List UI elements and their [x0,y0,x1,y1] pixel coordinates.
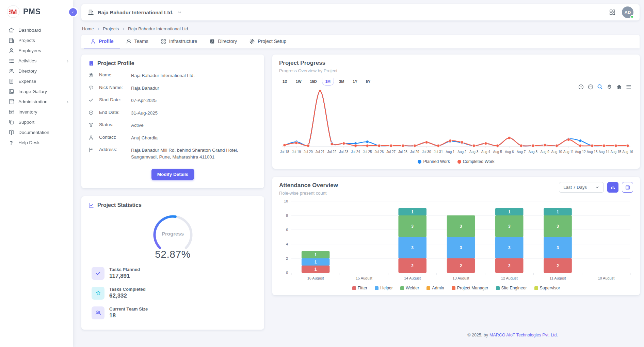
svg-text:2: 2 [286,256,288,260]
legend-item-helper[interactable]: Helper [375,286,393,290]
legend-item-project-manager[interactable]: Project Manager [452,286,488,290]
tab-label: Directory [218,39,237,44]
fingerprint-icon [88,85,95,91]
question-icon: ? [8,140,15,146]
date-range-select[interactable]: Last 7 Days [559,182,604,193]
svg-text:Aug 2: Aug 2 [457,150,467,154]
range-1d[interactable]: 1D [279,78,291,86]
tab-teams[interactable]: Teams [120,35,155,48]
svg-text:Aug 12: Aug 12 [575,150,586,154]
legend-marker [534,286,538,290]
svg-text:2: 2 [411,263,414,268]
tab-project-setup[interactable]: Project Setup [243,35,292,48]
tab-directory[interactable]: Directory [203,35,243,48]
svg-text:6: 6 [286,228,288,232]
tab-infrastructure[interactable]: Infrastructure [155,35,203,48]
trophy-icon [88,122,95,128]
legend-item-supervisor[interactable]: Supervisor [534,286,560,290]
breadcrumb-item-home[interactable]: Home [82,26,94,31]
range-1w[interactable]: 1W [292,78,305,86]
sidebar-item-expense[interactable]: Expense [0,76,73,86]
stat-tasks-planned: Tasks Planned 117,891 [92,267,257,280]
apps-grid-icon[interactable] [609,9,616,16]
svg-text:Aug 10: Aug 10 [551,150,562,154]
copy-icon [8,119,15,125]
range-5y[interactable]: 5Y [363,78,374,86]
breadcrumb-item-projects[interactable]: Projects [103,26,119,31]
gear-icon [88,72,95,78]
legend-item-planned-work[interactable]: Planned Work [418,159,450,164]
svg-text:3: 3 [557,224,559,229]
user-avatar[interactable]: AD [622,6,633,18]
legend-label: Planned Work [423,159,450,164]
sidebar-item-activities[interactable]: Activities › [0,56,73,66]
brand-logo-icon: M [7,5,20,18]
legend-item-fitter[interactable]: Fitter [352,286,367,290]
zoom-in-icon[interactable] [578,84,584,90]
stat-label: Current Team Size [109,306,148,312]
sidebar-item-employees[interactable]: Employees [0,45,73,56]
legend-item-admin[interactable]: Admin [426,286,444,290]
modify-details-button[interactable]: Modify Details [151,169,194,180]
profile-field-contact: Contact: Anuj Chordia [88,135,257,141]
sidebar-item-projects[interactable]: Projects [0,35,73,45]
sidebar-item-help-desk[interactable]: ? Help Desk [0,137,73,148]
legend-item-site-engineer[interactable]: Site Engineer [496,286,527,290]
sidebar-nav: Dashboard Projects Employees Activities … [0,25,73,148]
progress-gauge: Progress 52.87% [144,214,202,260]
range-15d[interactable]: 15D [307,78,320,86]
check-icon [88,97,95,103]
collapse-sidebar-button[interactable]: ‹ [69,8,77,16]
company-selector[interactable]: Raja Bahadur International Ltd. [87,9,182,16]
svg-text:3: 3 [508,245,511,250]
sidebar-item-directory[interactable]: Directory [0,66,73,76]
sidebar-item-image-gallery[interactable]: Image Gallary [0,86,73,96]
progress-line-chart[interactable]: Jul 18Jul 19Jul 20Jul 21Jul 22Jul 23Jul … [279,86,633,158]
svg-text:Jul 23: Jul 23 [339,150,348,154]
svg-text:4: 4 [286,242,288,246]
menu-icon[interactable] [626,84,632,90]
range-3m[interactable]: 3M [336,78,348,86]
project-statistics-card: Project Statistics Progress 52.87% Tasks… [81,196,264,330]
app-logo[interactable]: M PMS [0,0,73,25]
svg-text:10 August: 10 August [598,276,614,280]
tab-profile[interactable]: Profile [84,35,120,48]
footer-company-link[interactable]: MARCO AIoT Technologies Pvt. Ltd. [489,333,558,337]
svg-text:10: 10 [284,199,288,203]
chevron-right-icon: › [67,99,68,104]
sidebar-item-label: Activities [18,58,36,63]
legend-label: Supervisor [540,286,560,290]
sidebar-item-support[interactable]: Support [0,117,73,127]
svg-text:Jul 26: Jul 26 [375,150,384,154]
star-icon [92,287,104,300]
bar-view-toggle[interactable] [607,182,618,193]
flag-icon [88,147,95,153]
legend-item-completed-work[interactable]: Completed Work [457,159,495,164]
table-view-toggle[interactable] [622,182,633,193]
pan-hand-icon[interactable] [607,84,613,90]
svg-text:1: 1 [411,210,414,214]
svg-text:13 August: 13 August [453,276,469,280]
zoom-out-icon[interactable] [587,84,594,90]
svg-text:1: 1 [315,253,317,257]
sidebar-item-documentation[interactable]: Documentation [0,127,73,137]
sidebar-item-administration[interactable]: Administration › [0,96,73,107]
selection-zoom-icon[interactable] [597,84,603,90]
stat-value: 117,891 [109,273,140,280]
sidebar-item-inventory[interactable]: Inventory [0,107,73,117]
card-subtitle: Role-wise present count [279,191,338,196]
image-icon [8,88,15,95]
svg-text:Aug 9: Aug 9 [541,150,550,154]
legend-item-welder[interactable]: Welder [400,286,419,290]
sidebar-item-dashboard[interactable]: Dashboard [0,25,73,35]
company-name: Raja Bahadur International Ltd. [98,10,174,15]
range-1y[interactable]: 1Y [349,78,360,86]
card-title: Project Statistics [97,202,142,208]
svg-text:Jul 27: Jul 27 [386,150,396,154]
legend-label: Site Engineer [501,286,527,290]
sidebar: M PMS Dashboard Projects Employees Activ… [0,0,73,347]
reset-home-icon[interactable] [616,84,622,90]
range-1m[interactable]: 1M [322,78,334,86]
sidebar-item-label: Expense [18,79,36,84]
stat-current-team-size: Current Team Size 18 [92,306,257,319]
